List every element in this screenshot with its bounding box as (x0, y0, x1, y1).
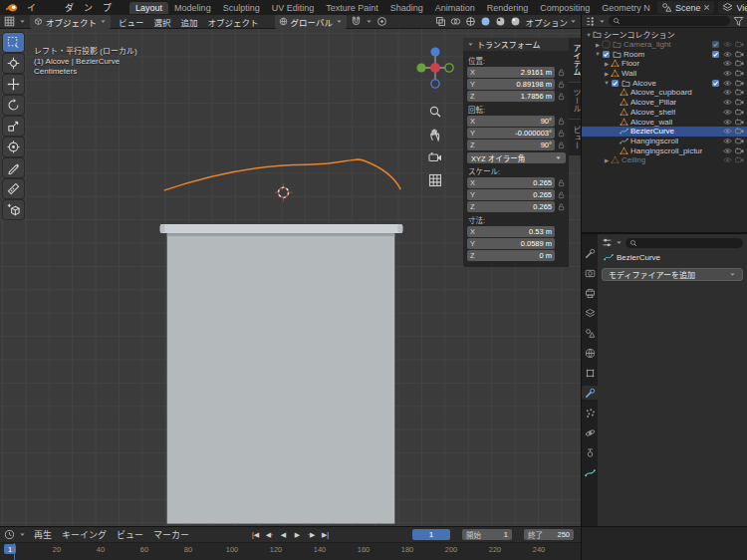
properties-tab-scene[interactable] (582, 326, 598, 340)
eye-icon[interactable] (723, 50, 732, 59)
timeline-ruler[interactable]: 1 020406080100120140160180200220240 (0, 543, 581, 560)
lock-icon[interactable] (557, 202, 566, 211)
shading-rendered-icon[interactable] (510, 16, 521, 27)
viewport-canvas[interactable]: レフト・平行投影 (ローカル) (1) Alcove | BezierCurve… (0, 29, 581, 526)
lock-icon[interactable] (557, 129, 566, 138)
eye-icon[interactable] (723, 40, 732, 49)
properties-search[interactable] (625, 238, 743, 248)
camera-view-icon[interactable] (428, 150, 442, 164)
exclude-checkbox-icon[interactable] (711, 50, 720, 59)
zoom-icon[interactable] (428, 105, 442, 119)
outliner-search[interactable] (609, 16, 730, 26)
gizmo-z-neg-axis[interactable] (431, 80, 439, 88)
disclosure-open-icon[interactable]: ▼ (594, 51, 602, 57)
transform-value-field[interactable]: X2.9161 m (467, 67, 555, 78)
timeline-menu-マーカー[interactable]: マーカー (149, 528, 193, 541)
properties-tab-world[interactable] (582, 346, 598, 360)
properties-tab-output[interactable] (582, 286, 598, 300)
eye-icon[interactable] (723, 118, 732, 127)
workspace-tab-Layout[interactable]: Layout (129, 2, 168, 14)
transform-value-field[interactable]: Y0.89198 m (467, 79, 555, 90)
outliner-row-Alcove_shelf[interactable]: Alcove_shelf (582, 108, 747, 118)
disclosure-closed-icon[interactable]: ▶ (594, 42, 602, 48)
lock-icon[interactable] (557, 68, 566, 77)
lock-icon[interactable] (557, 190, 566, 199)
tool-move[interactable] (3, 75, 24, 94)
outliner-row-Floor[interactable]: ▶Floor (582, 59, 747, 69)
outliner-row-Hangingscroll_pictur[interactable]: Hangingscroll_pictur (582, 145, 747, 155)
outliner-row-BezierCurve[interactable]: BezierCurve (582, 127, 747, 137)
shading-solid-icon[interactable] (480, 16, 491, 27)
current-frame-field[interactable]: 1 (412, 529, 450, 540)
camera-icon[interactable] (735, 40, 744, 49)
eye-icon[interactable] (723, 79, 732, 88)
camera-icon[interactable] (735, 98, 744, 107)
gizmo-z-axis[interactable] (430, 47, 439, 56)
ortho-toggle-icon[interactable] (428, 173, 442, 187)
properties-tab-object[interactable] (582, 366, 598, 380)
outliner-row-Wall[interactable]: ▶Wall (582, 69, 747, 79)
shading-material-icon[interactable] (495, 16, 506, 27)
checkbox-unchecked[interactable] (602, 40, 611, 49)
gizmo-x-axis[interactable] (430, 63, 440, 73)
add-modifier-button[interactable]: モディファイアーを追加 (602, 268, 743, 281)
properties-tab-viewlayer[interactable] (582, 306, 598, 320)
camera-icon[interactable] (735, 146, 744, 155)
mode-selector[interactable]: オブジェクト (30, 15, 111, 29)
npanel-tab-アイテム[interactable]: アイテム (569, 38, 581, 82)
transform-value-field[interactable]: Z0 m (467, 250, 555, 261)
disclosure-closed-icon[interactable]: ▶ (603, 71, 611, 77)
close-icon[interactable] (703, 4, 710, 11)
tool-cursor[interactable] (3, 54, 24, 73)
outliner-row-Room[interactable]: ▼Room (582, 49, 747, 59)
timeline-menu-ビュー[interactable]: ビュー (113, 528, 147, 541)
exclude-checkbox-icon[interactable] (711, 79, 720, 88)
transform-value-field[interactable]: X0.265 (467, 177, 555, 188)
workspace-tab-Modeling[interactable]: Modeling (168, 2, 217, 14)
tool-measure[interactable] (3, 179, 24, 198)
editor-type-icon[interactable] (4, 16, 15, 27)
viewlayer-selector[interactable]: ViewLayer (718, 1, 747, 14)
outliner-row-Alcove[interactable]: ▼Alcove (582, 78, 747, 88)
camera-icon[interactable] (735, 59, 744, 68)
eye-icon[interactable] (723, 146, 732, 155)
eye-icon[interactable] (723, 155, 732, 164)
lock-icon[interactable] (557, 140, 566, 149)
workspace-tab-Geometry N[interactable]: Geometry N (596, 2, 656, 14)
proportional-edit-icon[interactable] (376, 16, 387, 27)
bezier-curve-object[interactable] (164, 159, 401, 190)
camera-icon[interactable] (735, 108, 744, 117)
properties-tab-render[interactable] (582, 266, 598, 280)
next-keyframe-button[interactable]: ·▶ (305, 528, 318, 541)
snap-toggle-icon[interactable] (351, 16, 362, 27)
tool-add-cube[interactable] (3, 200, 24, 219)
workspace-tab-Texture Paint[interactable]: Texture Paint (320, 2, 384, 14)
scene-selector[interactable]: Scene (657, 1, 715, 14)
eye-icon[interactable] (723, 59, 732, 68)
exclude-checkbox-icon[interactable] (711, 40, 720, 49)
properties-tab-modifier[interactable] (582, 386, 598, 400)
transform-value-field[interactable]: Y0.265 (467, 189, 555, 200)
jump-to-start-button[interactable]: |◀ (249, 528, 262, 541)
navigation-gizmo[interactable] (411, 44, 459, 92)
eye-icon[interactable] (723, 98, 732, 107)
workspace-tab-Compositing[interactable]: Compositing (534, 2, 596, 14)
properties-tab-data[interactable] (582, 465, 598, 479)
filter-icon[interactable] (733, 16, 744, 27)
eye-icon[interactable] (723, 127, 732, 136)
tool-rotate[interactable] (3, 96, 24, 115)
transform-value-field[interactable]: X90° (467, 116, 555, 127)
transform-value-field[interactable]: X0.53 m (467, 226, 555, 237)
camera-icon[interactable] (735, 118, 744, 127)
camera-icon[interactable] (735, 137, 744, 145)
workspace-tab-UV Editing[interactable]: UV Editing (266, 2, 321, 14)
workspace-tab-Sculpting[interactable]: Sculpting (217, 2, 266, 14)
camera-icon[interactable] (735, 155, 744, 164)
outliner-row-Alcove_cupboard[interactable]: Alcove_cupboard (582, 88, 747, 98)
eye-icon[interactable] (723, 88, 732, 97)
transform-value-field[interactable]: Y-0.000003° (467, 128, 555, 139)
npanel-tab-ビュー[interactable]: ビュー (569, 120, 581, 155)
checkbox-checked[interactable] (602, 50, 611, 59)
transform-value-field[interactable]: Z0.265 (467, 201, 555, 212)
camera-icon[interactable] (735, 127, 744, 136)
